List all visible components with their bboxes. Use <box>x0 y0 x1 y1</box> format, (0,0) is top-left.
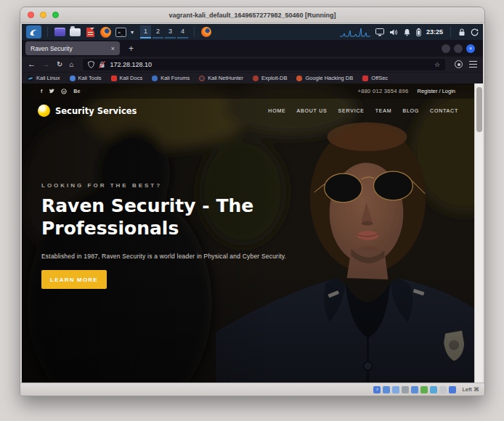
tracking-shield-icon[interactable] <box>88 61 94 68</box>
vm-titlebar[interactable]: vagrant-kali_default_1649657277982_50460… <box>20 7 484 23</box>
firefox-minimize-button[interactable] <box>442 44 450 53</box>
panel-separator <box>450 27 451 37</box>
workspace-2[interactable]: 2 <box>153 25 163 38</box>
vbox-optical-icon[interactable] <box>383 386 390 393</box>
home-button[interactable]: ⌂ <box>69 61 73 68</box>
workspace-1[interactable]: 1 <box>140 25 151 38</box>
firefox-taskbar-item[interactable] <box>200 26 212 38</box>
url-text[interactable]: 172.28.128.10 <box>110 61 429 68</box>
vbox-recording-icon[interactable] <box>439 386 447 393</box>
firefox-maximize-button[interactable] <box>454 44 463 53</box>
twitter-icon[interactable] <box>49 89 54 94</box>
phone-number: +880 012 3654 896 <box>358 88 409 94</box>
vm-display: >_ ▾ 1 2 3 4 <box>22 24 483 383</box>
site-nav: Security Services HOME ABOUT US SERVICE … <box>22 99 474 123</box>
menu-item-service[interactable]: SERVICE <box>338 108 365 113</box>
forward-button[interactable]: → <box>42 60 50 68</box>
vbox-network-icon[interactable] <box>402 386 409 393</box>
vbox-usb-icon[interactable] <box>411 386 418 393</box>
brand-name: Security Services <box>55 106 137 116</box>
facebook-icon[interactable]: f <box>41 89 42 94</box>
menu-item-about-us[interactable]: ABOUT US <box>296 108 327 113</box>
kali-panel: >_ ▾ 1 2 3 4 <box>22 24 483 40</box>
kali-tools-favicon <box>70 75 76 81</box>
dribbble-icon[interactable] <box>61 89 67 94</box>
kali-dragon-icon <box>29 28 38 37</box>
offsec-favicon <box>362 75 368 81</box>
brand[interactable]: Security Services <box>38 105 137 117</box>
vbox-display-icon[interactable] <box>430 386 437 393</box>
chevron-down-icon[interactable]: ▾ <box>131 29 134 36</box>
bookmark-offsec[interactable]: OffSec <box>362 75 388 81</box>
hero-subtitle: Established in 1987, Raven Security is a… <box>41 253 286 260</box>
tab-close-icon[interactable]: × <box>111 45 115 52</box>
cpu-graph-icon[interactable] <box>340 27 370 37</box>
tab-title: Raven Security <box>31 45 107 52</box>
bookmark-kali-docs[interactable]: Kali Docs <box>111 75 143 81</box>
kali-linux-favicon <box>28 75 33 81</box>
reload-button[interactable]: ↻ <box>57 61 62 68</box>
back-button[interactable]: ← <box>28 60 36 68</box>
bookmark-kali-tools[interactable]: Kali Tools <box>70 75 102 81</box>
panel-separator <box>47 27 48 37</box>
google-hacking-db-favicon <box>296 75 302 81</box>
file-manager-icon[interactable] <box>69 26 81 38</box>
battery-icon[interactable] <box>416 28 421 36</box>
kali-nethunter-favicon <box>199 75 205 81</box>
page-scrollbar[interactable] <box>474 83 483 383</box>
panel-separator <box>194 27 195 37</box>
url-bar[interactable]: 172.28.128.10 ☆ <box>83 59 445 70</box>
workspace-3[interactable]: 3 <box>165 25 176 38</box>
insecure-lock-icon[interactable] <box>99 61 105 68</box>
menu-hamburger-icon[interactable] <box>469 61 477 68</box>
exploit-db-favicon <box>253 75 259 81</box>
notifications-bell-icon[interactable] <box>403 28 411 36</box>
kali-menu-button[interactable] <box>26 25 41 38</box>
vbox-mouse-icon[interactable] <box>449 386 456 393</box>
vm-window-title: vagrant-kali_default_1649657277982_50460… <box>20 12 484 19</box>
main-menu: HOME ABOUT US SERVICE TEAM BLOG CONTACT <box>268 108 458 113</box>
menu-item-blog[interactable]: BLOG <box>402 108 419 113</box>
virtualbox-window: vagrant-kali_default_1649657277982_50460… <box>20 7 485 396</box>
vbox-hdd-icon[interactable]: ♪ <box>373 386 381 393</box>
scrollbar-thumb[interactable] <box>476 87 482 132</box>
bookmark-kali-nethunter[interactable]: Kali NetHunter <box>199 75 243 81</box>
bookmark-kali-linux[interactable]: Kali Linux <box>28 75 60 81</box>
bookmark-kali-forums[interactable]: Kali Forums <box>152 75 190 81</box>
kali-forums-favicon <box>152 75 158 81</box>
workspace-4[interactable]: 4 <box>177 25 188 38</box>
text-editor-icon[interactable] <box>84 26 96 38</box>
behance-icon[interactable]: Be <box>73 89 80 94</box>
logout-power-icon[interactable] <box>471 28 479 36</box>
new-tab-button[interactable]: + <box>129 44 134 54</box>
workspace-switcher-icon[interactable] <box>54 26 65 38</box>
firefox-close-button[interactable]: × <box>466 44 475 53</box>
menu-item-home[interactable]: HOME <box>268 108 285 113</box>
clock[interactable]: 23:25 <box>426 28 443 36</box>
register-login-link[interactable]: Register / Login <box>417 88 455 94</box>
firefox-launcher-icon[interactable] <box>99 26 111 38</box>
firefox-toolbar: ← → ↻ ⌂ 172.28.128.10 ☆ <box>22 57 483 72</box>
vbox-status-bar: ♪ Left ⌘ <box>20 383 484 396</box>
site-topbar: f Be +880 012 3654 896 Register / Login <box>22 83 474 99</box>
tab-raven-security[interactable]: Raven Security × <box>25 41 120 55</box>
bookmark-star-icon[interactable]: ☆ <box>434 61 440 68</box>
menu-item-contact[interactable]: CONTACT <box>430 108 458 113</box>
lock-screen-icon[interactable] <box>458 28 466 36</box>
vbox-audio-icon[interactable] <box>392 386 399 393</box>
volume-icon[interactable] <box>389 28 398 36</box>
brand-logo-icon <box>38 105 50 117</box>
account-icon[interactable] <box>455 60 463 68</box>
workspace-pager: 1 2 3 4 <box>140 25 188 38</box>
bookmark-google-hacking-db[interactable]: Google Hacking DB <box>296 75 353 81</box>
page-viewport: f Be +880 012 3654 896 Register / Login <box>22 83 483 383</box>
kali-docs-favicon <box>111 75 117 81</box>
display-settings-icon[interactable] <box>375 28 384 36</box>
menu-item-team[interactable]: TEAM <box>375 108 392 113</box>
hero-kicker: LOOKING FOR THE BEST? <box>41 182 162 189</box>
terminal-launcher-icon[interactable]: >_ <box>115 26 126 38</box>
vbox-shared-folders-icon[interactable] <box>420 386 428 393</box>
bookmark-exploit-db[interactable]: Exploit-DB <box>253 75 287 81</box>
hero-title: Raven Security - The Professionals <box>41 195 346 240</box>
learn-more-button[interactable]: LEARN MORE <box>41 270 107 289</box>
